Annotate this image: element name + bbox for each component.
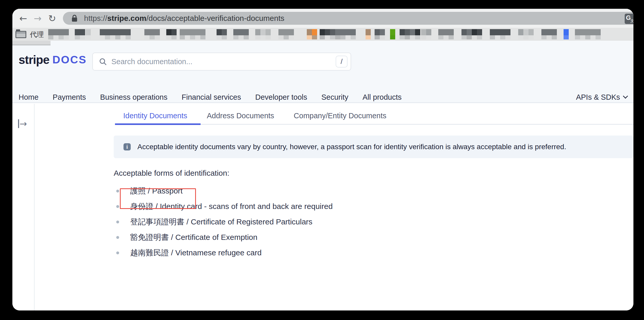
tab-address-documents[interactable]: Address Documents <box>207 112 274 120</box>
redacted-bookmark-item[interactable] <box>233 29 249 39</box>
redacted-bookmark-item[interactable] <box>490 29 510 39</box>
bullet-icon <box>116 236 119 239</box>
redacted-pixel <box>438 29 443 35</box>
redacted-pixels <box>490 29 510 35</box>
redacted-pixel <box>552 29 557 35</box>
redacted-pixels <box>75 35 85 39</box>
redacted-pixel <box>110 35 115 39</box>
back-button-icon[interactable]: ← <box>16 13 30 24</box>
redacted-pixel <box>410 35 415 39</box>
redacted-pixels <box>461 29 482 35</box>
redacted-pixel <box>472 35 477 39</box>
redacted-bookmark-item[interactable] <box>575 29 601 39</box>
forward-button-icon[interactable]: → <box>30 13 45 24</box>
nav-item-financial-services[interactable]: Financial services <box>181 93 241 102</box>
redacted-pixels <box>340 29 356 35</box>
redacted-pixel <box>596 29 601 35</box>
redacted-pixels <box>421 35 431 39</box>
logo-docs: DOCS <box>52 54 87 66</box>
redacted-pixel <box>100 29 105 35</box>
redacted-pixel <box>541 35 547 39</box>
redacted-pixel <box>495 29 500 35</box>
stripe-docs-logo[interactable]: stripe DOCS <box>19 52 87 68</box>
redacted-bookmark-item[interactable] <box>438 29 454 39</box>
redacted-bookmark-item[interactable] <box>180 29 205 39</box>
redacted-pixel <box>575 35 580 39</box>
redacted-pixels <box>180 29 205 35</box>
redacted-bookmark-item[interactable] <box>320 29 340 39</box>
nav-item-payments[interactable]: Payments <box>53 93 86 102</box>
redacted-bookmark-item[interactable] <box>518 29 534 39</box>
redacted-pixel <box>238 29 244 35</box>
search-box[interactable]: / <box>92 53 351 71</box>
redacted-bookmark-item[interactable] <box>421 29 431 39</box>
redacted-pixels <box>307 29 317 35</box>
redacted-bookmark-item[interactable] <box>307 29 317 39</box>
redacted-bookmark-item[interactable] <box>340 29 356 39</box>
redacted-pixel <box>312 35 317 39</box>
browser-toolbar: ← → ↻ https://stripe.com/docs/acceptable… <box>12 9 633 28</box>
redacted-pixel <box>278 35 284 39</box>
redacted-pixel <box>195 35 200 39</box>
list-item-text: 豁免證明書 / Certificate of Exemption <box>130 232 257 243</box>
redacted-pixel <box>150 35 155 39</box>
chevron-down-icon <box>623 94 628 99</box>
redacted-pixel <box>325 29 330 35</box>
search-input[interactable] <box>111 57 336 66</box>
redacted-bookmark-item[interactable] <box>400 29 420 39</box>
redacted-pixel <box>335 35 340 39</box>
redacted-bookmark-item[interactable] <box>390 29 395 39</box>
redacted-bookmark-item[interactable] <box>375 29 385 39</box>
callout-text: Acceptable identity documents vary by co… <box>137 143 566 151</box>
reload-button-icon[interactable]: ↻ <box>45 13 59 24</box>
redacted-pixels <box>575 35 601 39</box>
nav-item-business-operations[interactable]: Business operations <box>100 93 167 102</box>
translate-extension-icon[interactable]: G 文 <box>625 14 633 24</box>
redacted-pixel <box>59 29 64 35</box>
apis-sdks-menu[interactable]: APIs & SDKs <box>576 93 627 102</box>
redacted-pixel <box>126 35 131 39</box>
redacted-bookmark-item[interactable] <box>100 29 131 39</box>
redacted-pixels <box>575 29 601 35</box>
nav-item-developer-tools[interactable]: Developer tools <box>255 93 307 102</box>
redacted-bookmark-item[interactable] <box>366 29 371 39</box>
nav-item-home[interactable]: Home <box>19 93 38 102</box>
redacted-pixels <box>541 29 557 35</box>
redacted-pixel <box>564 35 569 39</box>
bookmark-folder-label: 代理 <box>30 30 44 39</box>
redacted-pixel <box>278 29 284 35</box>
url-bar[interactable]: https://stripe.com/docs/acceptable-verif… <box>63 12 633 25</box>
redacted-bookmark-item[interactable] <box>564 29 569 39</box>
logo-stripe: stripe <box>19 53 49 67</box>
redacted-pixel <box>266 29 271 35</box>
redacted-pixel <box>590 29 596 35</box>
redacted-bookmark-item[interactable] <box>255 29 271 39</box>
tab-company-entity-documents[interactable]: Company/Entity Documents <box>294 112 386 120</box>
redacted-bookmark-item[interactable] <box>86 29 91 39</box>
redacted-pixel <box>217 35 222 39</box>
redacted-bookmark-item[interactable] <box>166 29 177 39</box>
redacted-bookmark-item[interactable] <box>217 29 227 39</box>
redacted-pixels <box>233 29 249 35</box>
redacted-pixel <box>340 29 345 35</box>
redacted-bookmark-item[interactable] <box>144 29 160 39</box>
sidebar-expand-icon[interactable]: → <box>18 119 27 128</box>
tab-identity-documents[interactable]: Identity Documents <box>123 112 187 120</box>
redacted-pixel <box>75 29 80 35</box>
redacted-pixels <box>278 35 294 39</box>
redacted-bookmark-item[interactable] <box>48 29 69 39</box>
redacted-pixel <box>53 29 59 35</box>
nav-item-security[interactable]: Security <box>321 93 348 102</box>
redacted-pixel <box>443 29 449 35</box>
url-path: /docs/acceptable-verification-documents <box>146 14 284 22</box>
redacted-bookmark-item[interactable] <box>278 29 294 39</box>
redacted-pixel <box>120 35 126 39</box>
redacted-bookmark-item[interactable] <box>75 29 85 39</box>
redacted-pixel <box>222 29 227 35</box>
redacted-bookmark-item[interactable] <box>541 29 557 39</box>
redacted-pixel <box>86 35 91 39</box>
redacted-pixel <box>150 29 155 35</box>
redacted-bookmark-item[interactable] <box>461 29 482 39</box>
nav-item-all-products[interactable]: All products <box>362 93 402 102</box>
redacted-pixel <box>115 29 120 35</box>
